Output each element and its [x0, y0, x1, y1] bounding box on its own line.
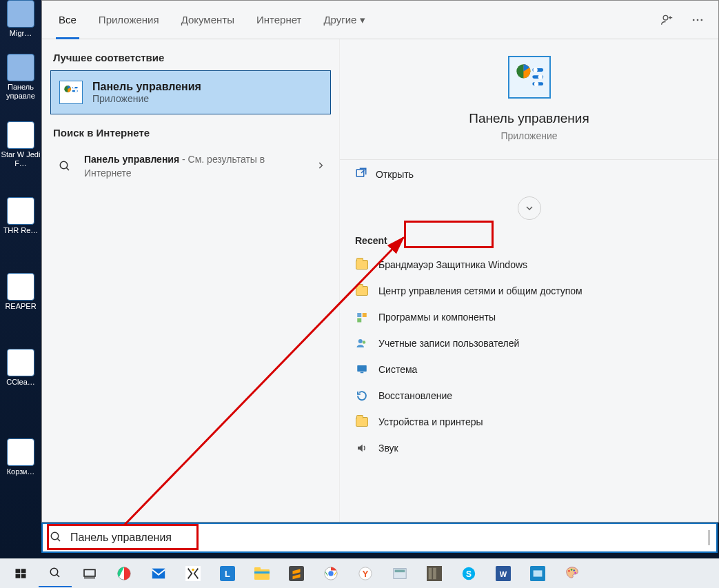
folder-icon — [355, 284, 369, 298]
svg-point-64 — [571, 569, 573, 571]
svg-line-10 — [67, 168, 70, 170]
chevron-right-icon — [316, 161, 325, 172]
svg-point-8 — [75, 90, 77, 92]
desktop-icon[interactable]: Star W Jedi F… — [0, 121, 41, 168]
text-caret — [709, 530, 709, 545]
svg-text:W: W — [500, 570, 507, 578]
recent-item[interactable]: Восстановление — [340, 383, 718, 409]
svg-point-26 — [51, 532, 59, 540]
svg-rect-38 — [152, 569, 165, 579]
svg-point-40 — [192, 569, 194, 571]
desktop-icon[interactable]: Панель управле — [0, 54, 41, 101]
desktop-icon[interactable]: THR Re… — [0, 197, 41, 235]
svg-rect-56 — [433, 568, 436, 580]
desktop-icon[interactable]: Корзи… — [0, 438, 41, 476]
svg-text:Y: Y — [363, 569, 369, 579]
taskbar-app[interactable] — [521, 560, 554, 587]
svg-rect-55 — [429, 568, 432, 580]
desktop-icon[interactable]: CClea… — [0, 349, 41, 387]
svg-rect-45 — [254, 571, 270, 574]
taskbar-chrome[interactable] — [314, 560, 347, 587]
search-results-pane: Все Приложения Документы Интернет Другие… — [41, 0, 719, 523]
web-search-item[interactable]: Панель управления - См. результаты в Инт… — [50, 145, 331, 187]
taskbar-skype[interactable]: S — [452, 560, 485, 587]
recent-header: Recent — [340, 225, 718, 252]
control-panel-icon — [59, 81, 83, 104]
taskbar-paint[interactable] — [556, 560, 589, 587]
recent-item[interactable]: Центр управления сетями и общим доступом — [340, 278, 718, 304]
recent-item[interactable]: Устройства и принтеры — [340, 409, 718, 435]
svg-rect-32 — [21, 574, 26, 578]
svg-point-16 — [538, 74, 542, 79]
taskbar-app[interactable] — [383, 560, 416, 587]
more-icon[interactable] — [682, 5, 713, 35]
svg-point-66 — [574, 572, 576, 574]
svg-point-9 — [61, 161, 68, 169]
svg-point-2 — [697, 19, 699, 21]
recent-item[interactable]: Брандмауэр Защитника Windows — [340, 252, 718, 278]
open-label: Открыть — [376, 169, 414, 180]
taskview-button[interactable] — [73, 560, 106, 587]
best-match-item[interactable]: Панель управления Приложение — [50, 70, 331, 114]
programs-icon — [355, 310, 369, 324]
recent-item[interactable]: Звук — [340, 435, 718, 461]
tab-apps[interactable]: Приложения — [88, 1, 170, 39]
desktop-icon[interactable]: Migr… — [0, 0, 41, 38]
svg-rect-46 — [289, 566, 304, 581]
svg-text:L: L — [225, 569, 230, 579]
control-panel-large-icon — [508, 56, 551, 99]
taskbar-yandex[interactable]: Y — [349, 560, 382, 587]
desktop-icon[interactable]: REAPER — [0, 273, 41, 311]
recent-item[interactable]: Программы и компоненты — [340, 304, 718, 330]
tab-all[interactable]: Все — [48, 1, 88, 39]
best-match-subtitle: Приложение — [92, 93, 201, 104]
taskbar-explorer[interactable] — [245, 560, 279, 587]
open-icon — [355, 167, 367, 181]
svg-point-17 — [534, 81, 538, 85]
taskbar-mail[interactable] — [142, 560, 175, 587]
tab-more[interactable]: Другие ▾ — [312, 1, 376, 39]
svg-point-3 — [701, 19, 703, 21]
taskbar-app[interactable] — [108, 560, 141, 587]
search-input-bar[interactable] — [41, 523, 718, 553]
svg-rect-24 — [357, 365, 367, 372]
recent-item[interactable]: Учетные записи пользователей — [340, 330, 718, 356]
taskbar-word[interactable]: W — [487, 560, 520, 587]
taskbar-sublime[interactable] — [280, 560, 313, 587]
svg-point-49 — [328, 571, 333, 576]
svg-point-33 — [50, 568, 58, 576]
preview-subtitle: Приложение — [500, 130, 557, 141]
svg-rect-20 — [363, 313, 367, 317]
svg-rect-29 — [16, 569, 21, 573]
preview-title: Панель управления — [469, 111, 589, 126]
search-icon — [56, 160, 74, 172]
search-input[interactable] — [69, 531, 710, 545]
feedback-icon[interactable] — [652, 5, 682, 35]
open-action[interactable]: Открыть — [340, 160, 718, 188]
taskbar-app[interactable]: L — [211, 560, 244, 587]
svg-point-1 — [693, 19, 695, 21]
taskbar-app[interactable] — [176, 560, 210, 587]
svg-line-27 — [57, 538, 60, 541]
expand-button[interactable] — [518, 196, 541, 220]
recovery-icon — [355, 389, 369, 403]
svg-rect-44 — [254, 567, 261, 571]
web-search-header: Поиск в Интернете — [50, 124, 331, 145]
svg-point-65 — [573, 569, 575, 571]
folder-icon — [355, 415, 369, 429]
svg-point-22 — [358, 339, 363, 343]
taskbar-app[interactable] — [418, 560, 451, 587]
svg-point-23 — [363, 341, 366, 344]
best-match-title: Панель управления — [92, 81, 201, 93]
recent-item[interactable]: Система — [340, 356, 718, 383]
taskbar: L Y S W — [0, 558, 719, 588]
search-taskbar-button[interactable] — [39, 560, 72, 587]
start-button[interactable] — [4, 560, 37, 587]
tab-documents[interactable]: Документы — [170, 1, 245, 39]
search-tabs: Все Приложения Документы Интернет Другие… — [42, 1, 718, 39]
best-match-header: Лучшее соответствие — [50, 49, 331, 70]
svg-point-63 — [568, 570, 570, 572]
svg-rect-25 — [361, 372, 364, 374]
folder-icon — [355, 258, 369, 272]
tab-web[interactable]: Интернет — [245, 1, 312, 39]
